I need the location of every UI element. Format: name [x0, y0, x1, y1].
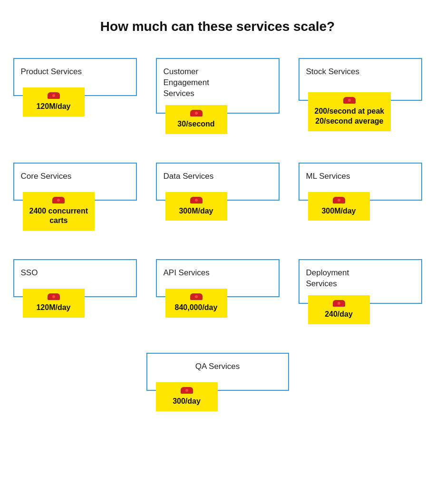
pin-icon-stock-services — [343, 97, 356, 104]
service-name-qa-services: QA Services — [154, 361, 281, 372]
pin-icon-qa-services — [181, 387, 193, 394]
metric-value-core-services: 2400 concurrent carts — [29, 206, 88, 226]
pin-icon-api-services — [190, 293, 203, 300]
metric-tag-data-services: 300M/day — [165, 192, 227, 221]
pin-icon-ml-services — [333, 197, 345, 204]
service-name-sso: SSO — [21, 268, 38, 279]
service-card-product-services: Product Services120M/day — [13, 58, 137, 134]
pin-icon-core-services — [52, 197, 65, 204]
pin-icon-customer-engagement-services — [190, 110, 203, 116]
service-card-qa-services: QA Services300/day — [146, 353, 289, 411]
service-name-customer-engagement-services: Customer Engagement Services — [164, 67, 209, 99]
metric-tag-ml-services: 300M/day — [308, 192, 370, 221]
service-card-core-services: Core Services2400 concurrent carts — [13, 163, 137, 231]
pin-icon-data-services — [190, 197, 203, 204]
service-name-deployment-services: Deployment Services — [306, 268, 349, 290]
service-name-stock-services: Stock Services — [306, 67, 359, 78]
service-name-data-services: Data Services — [164, 171, 214, 182]
pin-icon-product-services — [48, 92, 60, 99]
service-card-api-services: API Services840,000/day — [156, 259, 280, 324]
service-card-customer-engagement-services: Customer Engagement Services30/second — [156, 58, 280, 134]
pin-icon-sso — [48, 293, 60, 300]
metric-value-product-services: 120M/day — [36, 102, 70, 112]
metric-tag-core-services: 2400 concurrent carts — [23, 192, 95, 231]
metric-tag-qa-services: 300/day — [156, 382, 218, 411]
service-card-sso: SSO120M/day — [13, 259, 137, 324]
metric-value-deployment-services: 240/day — [325, 310, 353, 320]
service-name-product-services: Product Services — [21, 67, 82, 78]
metric-value-qa-services: 300/day — [173, 397, 201, 407]
service-card-deployment-services: Deployment Services240/day — [299, 259, 422, 324]
page-title: How much can these services scale? — [100, 19, 335, 34]
pin-icon-deployment-services — [333, 300, 345, 307]
metric-value-sso: 120M/day — [36, 303, 70, 313]
metric-value-data-services: 300M/day — [179, 206, 213, 216]
metric-tag-deployment-services: 240/day — [308, 295, 370, 324]
service-name-ml-services: ML Services — [306, 171, 350, 182]
services-grid: Product Services120M/dayCustomer Engagem… — [13, 58, 422, 324]
service-card-data-services: Data Services300M/day — [156, 163, 280, 231]
metric-tag-api-services: 840,000/day — [165, 289, 227, 318]
service-name-core-services: Core Services — [21, 171, 72, 182]
metric-tag-sso: 120M/day — [23, 289, 85, 318]
metric-value-api-services: 840,000/day — [175, 303, 218, 313]
service-card-stock-services: Stock Services200/second at peak 20/seco… — [299, 58, 422, 134]
metric-tag-product-services: 120M/day — [23, 87, 85, 116]
metric-value-stock-services: 200/second at peak 20/second average — [315, 107, 385, 126]
metric-value-customer-engagement-services: 30/second — [177, 119, 214, 129]
service-card-ml-services: ML Services300M/day — [299, 163, 422, 231]
metric-tag-stock-services: 200/second at peak 20/second average — [308, 92, 391, 131]
service-name-api-services: API Services — [164, 268, 210, 279]
metric-value-ml-services: 300M/day — [321, 206, 356, 216]
metric-tag-customer-engagement-services: 30/second — [165, 105, 227, 134]
last-row: QA Services300/day — [13, 353, 422, 411]
